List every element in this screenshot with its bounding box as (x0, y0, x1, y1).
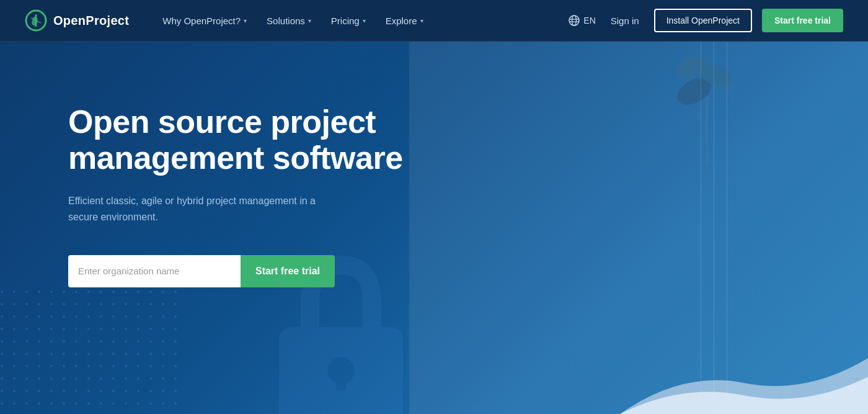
nav-label-why: Why OpenProject? (162, 16, 241, 26)
globe-icon (569, 15, 580, 26)
nav-item-solutions[interactable]: Solutions ▾ (258, 11, 320, 31)
nav-label-solutions: Solutions (267, 16, 305, 26)
nav-item-explore[interactable]: Explore ▾ (377, 11, 432, 31)
svg-point-2 (572, 16, 577, 25)
language-selector[interactable]: EN (569, 15, 595, 26)
svg-point-1 (569, 16, 579, 25)
logo-icon (25, 9, 47, 32)
background-dots (0, 290, 186, 414)
nav-links: Why OpenProject? ▾ Solutions ▾ Pricing ▾… (154, 11, 569, 31)
hero-section: Open source project management software … (0, 42, 868, 414)
nav-item-why[interactable]: Why OpenProject? ▾ (154, 11, 255, 31)
install-button[interactable]: Install OpenProject (654, 9, 752, 32)
navbar: OpenProject Why OpenProject? ▾ Solutions… (0, 0, 868, 42)
chevron-down-icon: ▾ (244, 17, 247, 24)
sign-in-link[interactable]: Sign in (606, 12, 644, 30)
chevron-down-icon: ▾ (363, 17, 366, 24)
nav-item-pricing[interactable]: Pricing ▾ (322, 11, 374, 31)
svg-rect-6 (0, 290, 186, 414)
start-trial-nav-button[interactable]: Start free trial (762, 9, 843, 32)
nav-label-pricing: Pricing (331, 16, 360, 26)
bottom-wave (620, 321, 868, 414)
nav-right: EN Sign in Install OpenProject Start fre… (569, 9, 843, 32)
chevron-down-icon: ▾ (420, 17, 423, 24)
nav-label-explore: Explore (386, 16, 417, 26)
org-name-input[interactable] (68, 255, 241, 287)
logo-text: OpenProject (53, 14, 129, 28)
hero-content: Open source project management software … (68, 104, 403, 287)
logo[interactable]: OpenProject (25, 9, 129, 32)
hero-title: Open source project management software (68, 104, 403, 176)
svg-rect-9 (336, 372, 346, 390)
language-label: EN (583, 16, 595, 25)
start-trial-hero-button[interactable]: Start free trial (241, 255, 335, 287)
cta-form: Start free trial (68, 255, 335, 287)
chevron-down-icon: ▾ (308, 17, 311, 24)
hero-subtitle: Efficient classic, agile or hybrid proje… (68, 193, 329, 225)
